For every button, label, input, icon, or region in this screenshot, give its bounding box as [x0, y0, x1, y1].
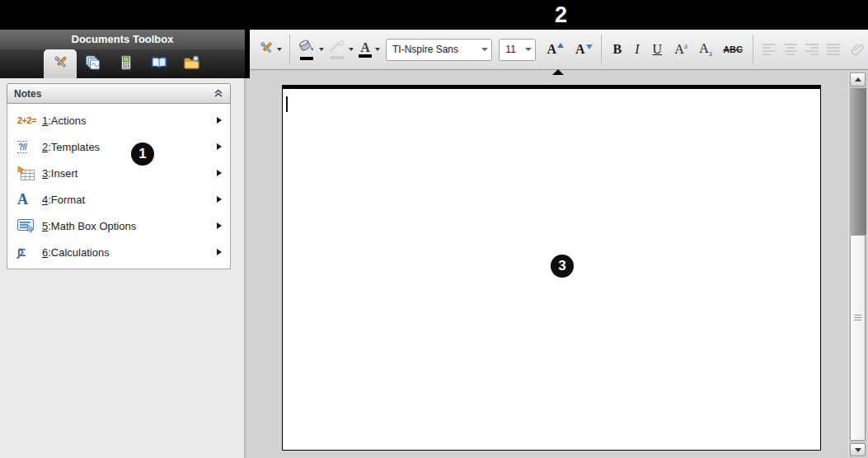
tools-icon: [53, 54, 68, 73]
triangle-down-icon: [586, 44, 593, 49]
callout-3: 3: [551, 255, 574, 278]
notes-panel: Notes 2+2= 1:Actions: [7, 83, 231, 269]
font-size-value: 11: [500, 44, 515, 55]
notes-panel-title: Notes: [14, 88, 41, 100]
text-color-button[interactable]: A: [359, 42, 380, 58]
submenu-arrow-icon: [217, 222, 222, 229]
document-area: 3: [245, 70, 868, 458]
triangle-up-icon: [557, 43, 564, 48]
brush-icon: [329, 40, 345, 55]
fill-color-button[interactable]: [298, 39, 324, 60]
strikethrough-button[interactable]: ABC: [723, 44, 743, 54]
tab-content-explorer[interactable]: [176, 49, 209, 78]
toolbox-tab-row: [0, 49, 245, 78]
line-color-button[interactable]: [329, 40, 354, 59]
scrollbar-grip: [854, 315, 861, 322]
menu-item-templates[interactable]: ?// 2:Templates: [7, 133, 230, 160]
dropdown-caret-icon: [277, 48, 282, 51]
align-left-button[interactable]: [762, 43, 777, 56]
menu-item-insert[interactable]: 3:Insert: [7, 160, 230, 186]
underline-button[interactable]: U: [653, 41, 663, 58]
insert-icon: [17, 166, 42, 181]
templates-icon: ?//: [17, 141, 42, 153]
submenu-arrow-icon: [217, 249, 222, 255]
vertical-scrollbar[interactable]: [848, 72, 866, 456]
menu-item-math-box-options[interactable]: 5:Math Box Options: [7, 213, 230, 239]
subscript-button[interactable]: Aa: [699, 41, 712, 58]
paperclip-icon: [851, 42, 865, 57]
documents-toolbox-sidebar: Documents Toolbox: [0, 30, 245, 458]
menu-item-label: 4:Format: [42, 194, 217, 206]
notes-menu: 2+2= 1:Actions ?// 2:Templates: [7, 104, 231, 269]
toolbar-collapse-arrow[interactable]: [552, 69, 564, 75]
documents-toolbox-title: Documents Toolbox: [0, 30, 245, 49]
scroll-down-button[interactable]: [850, 443, 866, 456]
triangle-up-icon: [855, 77, 861, 82]
align-center-button[interactable]: [783, 43, 798, 56]
menu-item-label: 5:Math Box Options: [42, 220, 217, 232]
toolbar-separator: [289, 35, 290, 64]
dropdown-caret-icon: [319, 48, 324, 51]
math-box-icon: [17, 219, 42, 233]
menu-item-format[interactable]: A 4:Format: [7, 186, 230, 213]
toolbar-separator: [753, 35, 753, 64]
align-justify-button[interactable]: [826, 43, 841, 56]
actions-icon: 2+2=: [17, 115, 42, 125]
tab-document-tools[interactable]: [44, 49, 77, 78]
page-sorter-icon: [85, 55, 101, 73]
submenu-arrow-icon: [217, 117, 222, 124]
dropdown-caret-icon: [375, 48, 380, 51]
font-size-select[interactable]: 11: [499, 39, 536, 61]
align-right-icon: [805, 43, 819, 56]
menu-item-actions[interactable]: 2+2= 1:Actions: [7, 107, 230, 133]
notes-panel-header[interactable]: Notes: [7, 83, 231, 104]
tab-utilities[interactable]: [143, 49, 176, 78]
toolbar-separator: [601, 35, 602, 64]
callout-1: 1: [131, 143, 154, 166]
fill-color-swatch: [300, 57, 313, 60]
top-black-bar: [0, 0, 868, 30]
document-tools-button[interactable]: [259, 40, 282, 58]
formatting-toolbar: A TI-Nspire Sans 11 A A B I U Aa Aa ABC: [250, 30, 868, 70]
menu-item-label: 2:Templates: [42, 141, 217, 153]
decrease-font-size-button[interactable]: A: [575, 42, 585, 57]
callout-2: 2: [555, 2, 567, 28]
ti-nspire-window: 2 Documents Toolbox: [0, 0, 868, 458]
menu-item-label: 3:Insert: [42, 167, 217, 180]
tab-handheld[interactable]: [110, 49, 143, 78]
tab-page-sorter[interactable]: [77, 49, 110, 78]
submenu-arrow-icon: [217, 143, 222, 150]
text-color-letter: A: [360, 42, 370, 54]
chevron-down-icon: [477, 48, 491, 51]
line-color-swatch: [331, 56, 344, 59]
font-family-value: TI-Nspire Sans: [387, 44, 458, 55]
scrollbar-track-upper[interactable]: [850, 88, 866, 235]
increase-font-size-button[interactable]: A: [547, 42, 556, 57]
scroll-up-button[interactable]: [850, 72, 866, 86]
bold-button[interactable]: B: [613, 41, 622, 58]
menu-item-label: 6:Calculations: [42, 246, 217, 259]
triangle-down-icon: [855, 448, 861, 452]
superscript-button[interactable]: Aa: [674, 41, 687, 57]
align-justify-icon: [826, 43, 841, 56]
menu-item-label: 1:Actions: [42, 114, 217, 127]
insert-attachment-button[interactable]: [851, 42, 865, 57]
align-right-button[interactable]: [805, 43, 819, 56]
tools-icon: [259, 40, 274, 58]
toolbox-panel-area: Notes 2+2= 1:Actions: [0, 78, 245, 458]
book-icon: [151, 56, 167, 72]
collapse-chevron-icon[interactable]: [213, 86, 223, 101]
paint-bucket-icon: [298, 39, 316, 56]
font-family-select[interactable]: TI-Nspire Sans: [386, 39, 492, 61]
folder-search-icon: [184, 55, 200, 72]
dropdown-caret-icon: [349, 48, 354, 51]
italic-button[interactable]: I: [635, 41, 639, 58]
calculator-icon: [121, 55, 131, 73]
sidebar-toolbar-divider: [245, 30, 250, 78]
text-color-swatch: [359, 54, 372, 58]
submenu-arrow-icon: [217, 170, 222, 176]
submenu-arrow-icon: [217, 196, 222, 203]
text-cursor: [286, 96, 288, 112]
scrollbar-thumb[interactable]: [850, 235, 866, 441]
menu-item-calculations[interactable]: ∫Σ 6:Calculations: [7, 239, 230, 265]
